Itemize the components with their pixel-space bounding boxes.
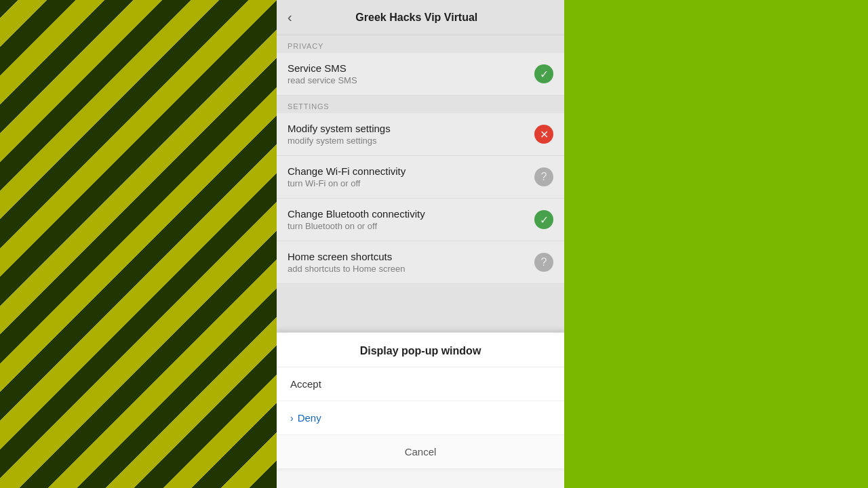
main-panel: ‹ Greek Hacks Vip Virtual PRIVACY Servic… — [277, 0, 564, 488]
cancel-button[interactable]: Cancel — [277, 435, 564, 468]
cancel-label: Cancel — [405, 446, 437, 458]
deny-label: Deny — [298, 412, 321, 424]
dim-overlay — [277, 0, 564, 332]
bg-right — [563, 0, 868, 488]
accept-label: Accept — [290, 378, 321, 390]
chevron-icon: › — [290, 413, 294, 424]
accept-button[interactable]: Accept — [277, 367, 564, 401]
dialog: Display pop-up window Accept › Deny Canc… — [277, 332, 564, 468]
dialog-title: Display pop-up window — [277, 333, 564, 367]
deny-button[interactable]: › Deny — [277, 401, 564, 435]
bg-stripes-left — [0, 0, 278, 488]
